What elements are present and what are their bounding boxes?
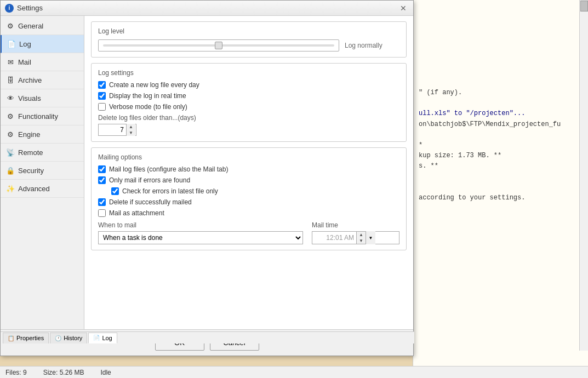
window-title: Settings xyxy=(17,4,43,12)
mail-as-attachment-row: Mail as attachment xyxy=(98,209,399,217)
only-mail-errors-checkbox[interactable] xyxy=(98,176,106,184)
mailing-options-section: Mailing options Mail log files (configur… xyxy=(91,147,407,250)
verbose-mode-checkbox[interactable] xyxy=(98,103,106,111)
bg-line-2 xyxy=(419,98,583,108)
tab-log-label: Log xyxy=(102,335,112,341)
sidebar-label-advanced: Advanced xyxy=(18,185,50,193)
general-icon: ⚙ xyxy=(6,21,15,30)
bg-line-10 xyxy=(419,182,583,193)
mail-as-attachment-label: Mail as attachment xyxy=(109,209,164,217)
tab-log-icon: 📄 xyxy=(93,335,100,341)
bg-line-6: * xyxy=(419,140,583,151)
status-idle: Idle xyxy=(100,369,111,376)
display-realtime-checkbox[interactable] xyxy=(98,92,106,100)
check-latest-checkbox[interactable] xyxy=(111,187,119,195)
mail-as-attachment-checkbox[interactable] xyxy=(98,209,106,217)
spinbox-down-button[interactable]: ▼ xyxy=(127,130,135,136)
delete-if-mailed-label: Delete if successfully mailed xyxy=(109,198,192,206)
time-spinbox-btns: ▲ ▼ xyxy=(356,232,366,244)
spinbox-up-button[interactable]: ▲ xyxy=(127,124,135,130)
mailing-options-title: Mailing options xyxy=(98,153,399,161)
bg-line-8: s. ** xyxy=(419,161,583,171)
sidebar-item-engine[interactable]: ⚙ Engine xyxy=(1,125,84,144)
bg-line-9 xyxy=(419,172,583,182)
bg-line-7: kup size: 1.73 MB. ** xyxy=(419,151,583,161)
settings-icon: i xyxy=(5,4,14,13)
check-latest-label: Check for errors in latest file only xyxy=(122,187,218,195)
time-down-button[interactable]: ▼ xyxy=(357,238,366,244)
sidebar-label-log: Log xyxy=(19,40,31,48)
when-to-mail-select[interactable]: When a task is done At scheduled time Ne… xyxy=(98,231,303,244)
create-log-checkbox[interactable] xyxy=(98,81,106,89)
sidebar-item-remote[interactable]: 📡 Remote xyxy=(1,144,84,162)
log-level-row: Log normally xyxy=(98,39,399,51)
check-latest-row: Check for errors in latest file only xyxy=(111,187,399,195)
verbose-mode-label: Verbose mode (to file only) xyxy=(109,103,187,111)
sidebar-item-log[interactable]: 📄 Log xyxy=(1,35,84,53)
sidebar-item-visuals[interactable]: 👁 Visuals xyxy=(1,89,84,107)
main-content: Log level Log normally Log settings Crea… xyxy=(84,16,413,329)
archive-icon: 🗄 xyxy=(6,76,15,84)
mail-time-input[interactable] xyxy=(312,234,356,242)
sidebar-label-archive: Archive xyxy=(18,76,42,84)
time-dropdown-button[interactable]: ▼ xyxy=(366,231,375,244)
advanced-icon: ✨ xyxy=(6,184,15,193)
sidebar-label-general: General xyxy=(18,22,43,30)
mail-log-files-label: Mail log files (configure also the Mail … xyxy=(109,165,228,173)
when-to-mail-col: When to mail When a task is done At sche… xyxy=(98,221,303,244)
functionality-icon: ⚙ xyxy=(6,112,15,121)
settings-body: ⚙ General 📄 Log ✉ Mail 🗄 Archive 👁 Visua… xyxy=(1,16,413,329)
title-bar-left: i Settings xyxy=(5,4,43,13)
background-text-panel: " (if any). ull.xls" to "/projecten"... … xyxy=(413,0,588,378)
delete-days-input[interactable]: 7 xyxy=(99,126,126,134)
log-level-value: Log normally xyxy=(345,42,399,49)
sidebar-label-security: Security xyxy=(18,167,44,175)
sidebar-item-advanced[interactable]: ✨ Advanced xyxy=(1,180,84,198)
only-mail-errors-row: Only mail if errors are found xyxy=(98,176,399,184)
sidebar-label-remote: Remote xyxy=(18,148,43,157)
slider-thumb[interactable] xyxy=(215,42,222,49)
bg-line-11: according to your settings. xyxy=(419,193,583,203)
sidebar-item-general[interactable]: ⚙ General xyxy=(1,17,84,35)
mail-icon: ✉ xyxy=(6,58,15,66)
settings-window: i Settings ✕ ⚙ General 📄 Log ✉ Mail 🗄 Ar… xyxy=(0,0,414,356)
sidebar-item-security[interactable]: 🔒 Security xyxy=(1,162,84,180)
sidebar-label-engine: Engine xyxy=(18,130,40,139)
bg-scrollbar-thumb[interactable] xyxy=(580,1,588,12)
tab-properties-label: Properties xyxy=(16,335,44,341)
tab-properties[interactable]: 📋 Properties xyxy=(3,333,49,343)
visuals-icon: 👁 xyxy=(6,94,15,102)
delete-days-row: Delete log files older than...(days) 7 ▲… xyxy=(98,114,399,136)
status-bar: Files: 9 Size: 5.26 MB Idle xyxy=(0,366,588,378)
tab-bar: 📋 Properties 🕐 History 📄 Log xyxy=(1,331,414,343)
delete-if-mailed-checkbox[interactable] xyxy=(98,198,106,206)
verbose-mode-row: Verbose mode (to file only) xyxy=(98,103,399,111)
tab-log[interactable]: 📄 Log xyxy=(88,333,117,343)
tab-history-icon: 🕐 xyxy=(55,335,61,341)
bg-line-3: ull.xls" to "/projecten"... xyxy=(419,108,583,119)
bg-scrollbar[interactable] xyxy=(579,0,588,351)
remote-icon: 📡 xyxy=(6,148,15,157)
when-mail-row: When to mail When a task is done At sche… xyxy=(98,221,399,244)
tab-properties-icon: 📋 xyxy=(8,335,14,341)
only-mail-errors-label: Only mail if errors are found xyxy=(109,176,190,184)
delete-days-spinbox[interactable]: 7 ▲ ▼ xyxy=(98,124,136,136)
display-realtime-label: Display the log in real time xyxy=(109,92,186,100)
security-icon: 🔒 xyxy=(6,166,15,175)
mail-log-files-checkbox[interactable] xyxy=(98,165,106,173)
when-to-mail-label: When to mail xyxy=(98,221,303,229)
mail-log-files-row: Mail log files (configure also the Mail … xyxy=(98,165,399,173)
sidebar-item-mail[interactable]: ✉ Mail xyxy=(1,53,84,71)
log-settings-title: Log settings xyxy=(98,69,399,77)
display-realtime-row: Display the log in real time xyxy=(98,92,399,100)
sidebar-item-archive[interactable]: 🗄 Archive xyxy=(1,71,84,89)
log-level-slider[interactable] xyxy=(98,39,339,51)
time-up-button[interactable]: ▲ xyxy=(357,232,366,238)
spinbox-buttons: ▲ ▼ xyxy=(126,124,135,136)
bg-line-5 xyxy=(419,130,583,140)
tab-history[interactable]: 🕐 History xyxy=(50,333,87,343)
tab-history-label: History xyxy=(64,335,82,341)
close-button[interactable]: ✕ xyxy=(398,3,409,14)
engine-icon: ⚙ xyxy=(6,130,15,139)
sidebar-item-functionality[interactable]: ⚙ Functionality xyxy=(1,107,84,125)
